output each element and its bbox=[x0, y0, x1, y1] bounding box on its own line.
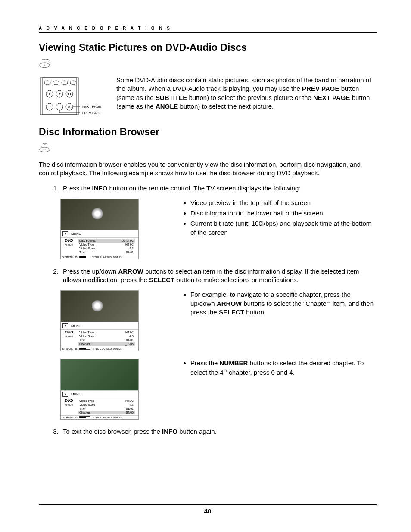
header-rule bbox=[39, 32, 377, 33]
step-3: To exit the disc browser, press the INFO… bbox=[60, 427, 377, 436]
svg-line-28 bbox=[41, 146, 42, 147]
dvd-disc-icon: DVD bbox=[39, 142, 377, 160]
svg-point-8 bbox=[62, 81, 68, 85]
screenshot-3: MENU DVDVIDEO Video TypeNTSC Video Scale… bbox=[60, 359, 139, 420]
svg-marker-13 bbox=[59, 93, 61, 95]
svg-point-26 bbox=[39, 147, 50, 152]
svg-rect-16 bbox=[70, 93, 71, 95]
list-item: Video preview in the top half of the scr… bbox=[190, 199, 377, 207]
list-item: Press the NUMBER buttons to select the d… bbox=[190, 359, 377, 377]
svg-point-27 bbox=[44, 149, 45, 150]
page-footer: 40 bbox=[39, 504, 377, 515]
svg-rect-5 bbox=[42, 78, 77, 115]
svg-point-9 bbox=[70, 81, 76, 85]
section-heading-1: Viewing Static Pictures on DVD-Audio Dis… bbox=[39, 42, 377, 53]
remote-diagram: D a NEXT PAGE PREV PAGE bbox=[39, 76, 103, 118]
step-1: Press the INFO button on the remote cont… bbox=[60, 184, 377, 193]
svg-point-19 bbox=[56, 103, 63, 110]
screenshot-1: MENU DVDVIDEO Disc FormatD5 DISC Video T… bbox=[60, 199, 139, 259]
list-item: For example, to navigate to a specific c… bbox=[190, 290, 377, 317]
svg-text:D: D bbox=[48, 106, 50, 109]
step2-bullets: For example, to navigate to a specific c… bbox=[152, 290, 377, 351]
svg-rect-15 bbox=[68, 93, 69, 95]
svg-rect-4 bbox=[40, 78, 78, 115]
list-item: Disc information in the lower half of th… bbox=[190, 209, 377, 218]
section2-intro: The disc information browser enables you… bbox=[39, 160, 377, 178]
page: A D V A N C E D O P E R A T I O N S View… bbox=[0, 0, 411, 532]
section1-paragraph: Some DVD-Audio discs contain static pict… bbox=[116, 76, 377, 118]
svg-point-14 bbox=[66, 90, 73, 97]
page-number: 40 bbox=[39, 507, 377, 515]
svg-point-2 bbox=[44, 65, 45, 65]
svg-point-7 bbox=[53, 81, 59, 85]
svg-text:DVD-A: DVD-A bbox=[42, 59, 49, 61]
step1-bullets: Video preview in the top half of the scr… bbox=[152, 199, 377, 259]
svg-line-3 bbox=[49, 60, 50, 62]
screenshot-2: MENU DVDVIDEO Video TypeNTSC Video Scale… bbox=[60, 290, 139, 351]
section-heading-2: Disc Information Browser bbox=[39, 126, 377, 138]
svg-point-1 bbox=[39, 63, 50, 68]
list-item: Current bit rate (unit: 100kbps) and pla… bbox=[190, 219, 377, 237]
dvda-disc-icon: DVD-A bbox=[39, 58, 377, 76]
svg-text:a: a bbox=[68, 106, 70, 109]
next-page-label: NEXT PAGE bbox=[82, 105, 101, 109]
step-2: Press the up/down ARROW buttons to selec… bbox=[60, 267, 377, 285]
svg-point-11 bbox=[49, 93, 50, 95]
svg-point-6 bbox=[44, 81, 50, 85]
step2b-bullets: Press the NUMBER buttons to select the d… bbox=[152, 359, 377, 420]
prev-page-label: PREV PAGE bbox=[82, 111, 102, 115]
svg-text:DVD: DVD bbox=[43, 143, 47, 146]
running-header: A D V A N C E D O P E R A T I O N S bbox=[39, 26, 377, 31]
